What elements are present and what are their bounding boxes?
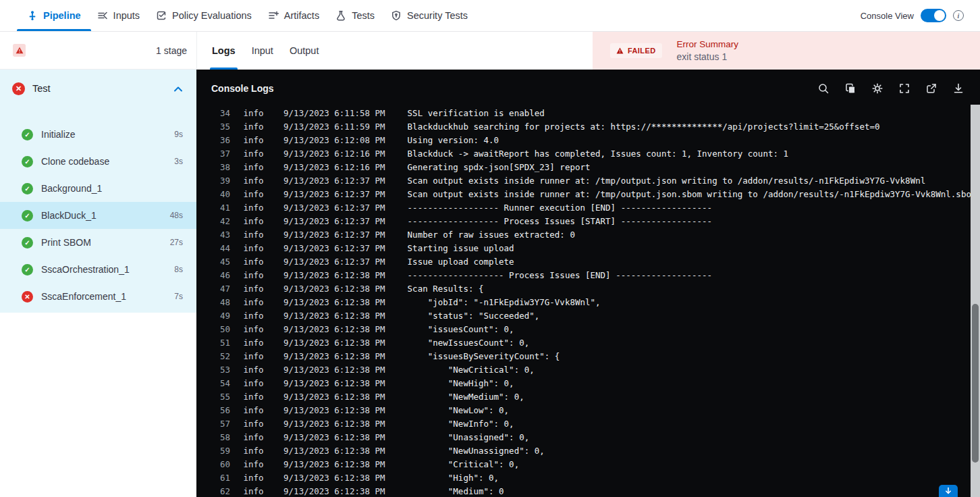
step-row[interactable]: Clone codebase 3s — [0, 148, 196, 175]
tab-label: Pipeline — [43, 10, 81, 21]
log-row: 43 info 9/13/2023 6:12:37 PM Number of r… — [217, 228, 971, 242]
tab-output[interactable]: Output — [290, 32, 319, 70]
log-message: Scan output exists inside runner at: /tm… — [408, 176, 926, 186]
step-row[interactable]: Print SBOM 27s — [0, 229, 196, 256]
log-row: 48 info 9/13/2023 6:12:38 PM "jobId": "-… — [217, 296, 971, 309]
log-timestamp: 9/13/2023 6:12:37 PM — [283, 228, 397, 242]
tab-policy-evaluations[interactable]: Policy Evaluations — [155, 0, 253, 31]
fullscreen-icon[interactable] — [898, 82, 910, 95]
log-line-number: 53 — [217, 363, 230, 377]
log-timestamp: 9/13/2023 6:12:38 PM — [283, 471, 397, 485]
log-row: 57 info 9/13/2023 6:12:38 PM "NewInfo": … — [217, 417, 971, 431]
info-icon[interactable]: i — [953, 10, 964, 21]
log-row: 41 info 9/13/2023 6:12:37 PM -----------… — [217, 201, 971, 215]
search-icon[interactable] — [817, 82, 829, 95]
step-row[interactable]: BlackDuck_1 48s — [0, 202, 196, 229]
log-row: 54 info 9/13/2023 6:12:38 PM "NewHigh": … — [217, 377, 971, 390]
step-name: Background_1 — [41, 183, 102, 194]
log-row: 61 info 9/13/2023 6:12:38 PM "High": 0, — [217, 471, 971, 485]
log-message: ------------------ Process Issues [START… — [408, 216, 713, 226]
log-row: 36 info 9/13/2023 6:12:08 PM Using versi… — [217, 134, 971, 147]
log-row: 49 info 9/13/2023 6:12:38 PM "status": "… — [217, 309, 971, 323]
log-level: info — [244, 174, 271, 188]
log-level: info — [244, 242, 271, 255]
open-in-new-icon[interactable] — [925, 82, 937, 95]
settings-gear-icon[interactable] — [871, 82, 883, 95]
log-timestamp: 9/13/2023 6:12:38 PM — [283, 458, 397, 471]
console-logs-panel: Console Logs — [196, 70, 980, 497]
console-scrollbar-track[interactable] — [971, 105, 980, 497]
step-row[interactable]: SscaOrchestration_1 8s — [0, 256, 196, 283]
log-message: Scan output exists inside runner at: /tm… — [408, 189, 971, 199]
step-row[interactable]: Initialize 9s — [0, 121, 196, 148]
tab-input[interactable]: Input — [252, 32, 273, 70]
tab-logs[interactable]: Logs — [212, 32, 236, 70]
log-timestamp: 9/13/2023 6:12:38 PM — [283, 485, 397, 497]
log-level: info — [244, 161, 271, 174]
log-line-number: 51 — [217, 336, 230, 350]
copy-icon[interactable] — [844, 82, 856, 95]
log-timestamp: 9/13/2023 6:12:38 PM — [283, 296, 397, 309]
log-message: "NewHigh": 0, — [408, 378, 514, 388]
log-level: info — [244, 188, 271, 201]
sidebar-summary: 1 stage — [0, 32, 196, 70]
step-name: SscaEnforcement_1 — [41, 291, 126, 302]
tab-label: Input — [252, 45, 273, 56]
log-level: info — [244, 417, 271, 431]
log-message: Starting issue upload — [408, 243, 514, 253]
tab-pipeline[interactable]: Pipeline — [26, 0, 82, 31]
log-message: "Unassigned": 0, — [408, 432, 530, 442]
stage-header-test[interactable]: Test — [0, 70, 196, 107]
log-level: info — [244, 228, 271, 242]
artifacts-icon — [268, 10, 279, 21]
log-line-number: 40 — [217, 188, 230, 201]
log-level: info — [244, 147, 271, 161]
step-row[interactable]: Background_1 — [0, 175, 196, 202]
log-row: 39 info 9/13/2023 6:12:37 PM Scan output… — [217, 174, 971, 188]
step-status-icon — [22, 129, 33, 140]
log-line-number: 49 — [217, 309, 230, 323]
log-message: "NewMedium": 0, — [408, 392, 524, 402]
step-name: Print SBOM — [41, 237, 91, 248]
log-level: info — [244, 309, 271, 323]
warning-triangle-icon — [16, 47, 24, 54]
chevron-up-icon[interactable] — [173, 86, 183, 92]
execution-sidebar: 1 stage Test Initialize 9s — [0, 32, 196, 497]
log-timestamp: 9/13/2023 6:12:08 PM — [283, 134, 397, 147]
log-level: info — [244, 107, 271, 120]
tab-security-tests[interactable]: Security Tests — [389, 0, 469, 31]
log-timestamp: 9/13/2023 6:12:37 PM — [283, 188, 397, 201]
log-line-number: 48 — [217, 296, 230, 309]
pipeline-icon — [27, 10, 38, 21]
log-message: SSL verification is enabled — [408, 108, 545, 118]
scroll-to-bottom-button[interactable] — [939, 485, 958, 497]
log-line-number: 46 — [217, 269, 230, 282]
log-row: 47 info 9/13/2023 6:12:38 PM Scan Result… — [217, 282, 971, 296]
log-row: 58 info 9/13/2023 6:12:38 PM "Unassigned… — [217, 431, 971, 444]
console-view-toggle[interactable] — [921, 9, 946, 22]
tab-inputs[interactable]: Inputs — [96, 0, 142, 31]
policy-check-icon — [156, 10, 167, 21]
top-nav: Pipeline Inputs Policy Evaluations — [0, 0, 980, 32]
log-timestamp: 9/13/2023 6:12:16 PM — [283, 147, 397, 161]
log-level: info — [244, 458, 271, 471]
tab-label: Output — [290, 45, 319, 56]
step-row[interactable]: SscaEnforcement_1 7s — [0, 283, 196, 310]
log-line-number: 62 — [217, 485, 230, 497]
tab-tests[interactable]: Tests — [334, 0, 376, 31]
download-icon[interactable] — [952, 82, 964, 95]
log-level: info — [244, 336, 271, 350]
log-level: info — [244, 350, 271, 363]
console-toolbar — [817, 82, 964, 95]
log-row: 35 info 9/13/2023 6:11:59 PM Blackduckhu… — [217, 120, 971, 134]
console-scrollbar-thumb[interactable] — [972, 304, 979, 463]
log-level: info — [244, 201, 271, 215]
log-row: 37 info 9/13/2023 6:12:16 PM Blackduck -… — [217, 147, 971, 161]
log-message: "NewLow": 0, — [408, 405, 510, 415]
log-message: Blackduck -> awaitReport has completed, … — [408, 149, 788, 159]
tab-label: Policy Evaluations — [172, 10, 252, 21]
step-status-icon — [22, 291, 33, 303]
log-line-number: 58 — [217, 431, 230, 444]
main-panel: Logs Input Output FAILED Error Su — [196, 32, 980, 497]
tab-artifacts[interactable]: Artifacts — [267, 0, 321, 31]
